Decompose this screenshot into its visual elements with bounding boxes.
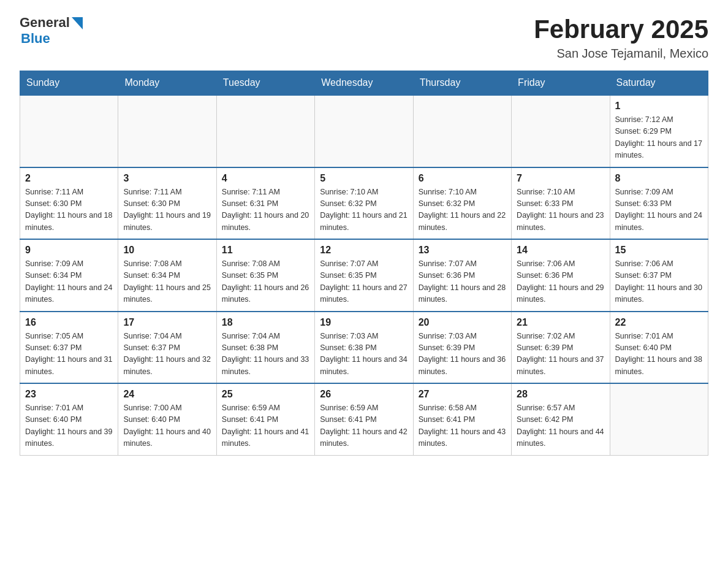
day-number: 14 [517, 245, 604, 256]
day-info: Sunrise: 7:09 AM Sunset: 6:34 PM Dayligh… [25, 258, 113, 306]
calendar-cell: 3Sunrise: 7:11 AM Sunset: 6:30 PM Daylig… [118, 167, 216, 240]
day-number: 28 [517, 389, 604, 400]
day-number: 3 [123, 173, 211, 184]
day-info: Sunrise: 7:08 AM Sunset: 6:35 PM Dayligh… [222, 258, 309, 306]
day-info: Sunrise: 6:57 AM Sunset: 6:42 PM Dayligh… [517, 402, 604, 450]
day-info: Sunrise: 7:07 AM Sunset: 6:36 PM Dayligh… [419, 258, 506, 306]
calendar-table: SundayMondayTuesdayWednesdayThursdayFrid… [20, 71, 708, 456]
day-number: 8 [615, 173, 703, 184]
calendar-cell: 15Sunrise: 7:06 AM Sunset: 6:37 PM Dayli… [610, 239, 708, 312]
day-info: Sunrise: 7:10 AM Sunset: 6:32 PM Dayligh… [320, 186, 408, 234]
header-day-thursday: Thursday [413, 71, 511, 96]
day-number: 26 [320, 389, 408, 400]
calendar-cell: 8Sunrise: 7:09 AM Sunset: 6:33 PM Daylig… [610, 167, 708, 240]
calendar-cell [118, 95, 216, 167]
day-info: Sunrise: 7:12 AM Sunset: 6:29 PM Dayligh… [615, 114, 703, 162]
calendar-cell: 21Sunrise: 7:02 AM Sunset: 6:39 PM Dayli… [512, 312, 610, 384]
calendar-cell [512, 95, 610, 167]
calendar-cell: 25Sunrise: 6:59 AM Sunset: 6:41 PM Dayli… [216, 383, 314, 455]
calendar-cell: 2Sunrise: 7:11 AM Sunset: 6:30 PM Daylig… [20, 167, 118, 240]
day-info: Sunrise: 6:59 AM Sunset: 6:41 PM Dayligh… [222, 402, 309, 450]
calendar-cell: 4Sunrise: 7:11 AM Sunset: 6:31 PM Daylig… [216, 167, 314, 240]
day-info: Sunrise: 7:10 AM Sunset: 6:33 PM Dayligh… [517, 186, 604, 234]
day-number: 4 [222, 173, 309, 184]
day-info: Sunrise: 7:03 AM Sunset: 6:38 PM Dayligh… [320, 331, 408, 378]
day-info: Sunrise: 7:06 AM Sunset: 6:37 PM Dayligh… [615, 258, 703, 306]
calendar-cell [610, 383, 708, 455]
day-number: 6 [419, 173, 506, 184]
day-info: Sunrise: 7:01 AM Sunset: 6:40 PM Dayligh… [25, 402, 113, 450]
day-number: 2 [25, 173, 113, 184]
day-info: Sunrise: 6:58 AM Sunset: 6:41 PM Dayligh… [419, 402, 506, 450]
location: San Jose Tejamanil, Mexico [534, 47, 708, 61]
calendar-cell: 28Sunrise: 6:57 AM Sunset: 6:42 PM Dayli… [512, 383, 610, 455]
calendar-cell [20, 95, 118, 167]
calendar-cell [413, 95, 511, 167]
day-number: 20 [419, 317, 506, 328]
logo-text-blue: Blue [21, 31, 50, 47]
day-number: 23 [25, 389, 113, 400]
day-number: 19 [320, 317, 408, 328]
calendar-cell: 16Sunrise: 7:05 AM Sunset: 6:37 PM Dayli… [20, 312, 118, 384]
svg-marker-0 [72, 17, 83, 29]
calendar-cell: 23Sunrise: 7:01 AM Sunset: 6:40 PM Dayli… [20, 383, 118, 455]
calendar-cell: 11Sunrise: 7:08 AM Sunset: 6:35 PM Dayli… [216, 239, 314, 312]
day-info: Sunrise: 7:11 AM Sunset: 6:30 PM Dayligh… [123, 186, 211, 234]
day-info: Sunrise: 7:00 AM Sunset: 6:40 PM Dayligh… [123, 402, 211, 450]
day-number: 10 [123, 245, 211, 256]
header-day-wednesday: Wednesday [315, 71, 413, 96]
calendar-cell: 27Sunrise: 6:58 AM Sunset: 6:41 PM Dayli… [413, 383, 511, 455]
calendar-cell: 14Sunrise: 7:06 AM Sunset: 6:36 PM Dayli… [512, 239, 610, 312]
logo-triangle-icon [72, 17, 83, 29]
calendar-header-row: SundayMondayTuesdayWednesdayThursdayFrid… [20, 71, 708, 96]
day-number: 9 [25, 245, 113, 256]
calendar-cell: 12Sunrise: 7:07 AM Sunset: 6:35 PM Dayli… [315, 239, 413, 312]
day-info: Sunrise: 7:07 AM Sunset: 6:35 PM Dayligh… [320, 258, 408, 306]
day-info: Sunrise: 7:05 AM Sunset: 6:37 PM Dayligh… [25, 331, 113, 378]
calendar-cell: 26Sunrise: 6:59 AM Sunset: 6:41 PM Dayli… [315, 383, 413, 455]
calendar-cell: 24Sunrise: 7:00 AM Sunset: 6:40 PM Dayli… [118, 383, 216, 455]
day-number: 17 [123, 317, 211, 328]
day-number: 7 [517, 173, 604, 184]
day-number: 16 [25, 317, 113, 328]
calendar-cell: 17Sunrise: 7:04 AM Sunset: 6:37 PM Dayli… [118, 312, 216, 384]
month-title: February 2025 [534, 15, 708, 44]
calendar-cell: 18Sunrise: 7:04 AM Sunset: 6:38 PM Dayli… [216, 312, 314, 384]
day-info: Sunrise: 7:02 AM Sunset: 6:39 PM Dayligh… [517, 331, 604, 378]
day-info: Sunrise: 7:06 AM Sunset: 6:36 PM Dayligh… [517, 258, 604, 306]
day-number: 22 [615, 317, 703, 328]
calendar-week-row: 16Sunrise: 7:05 AM Sunset: 6:37 PM Dayli… [20, 312, 708, 384]
day-number: 27 [419, 389, 506, 400]
calendar-cell: 22Sunrise: 7:01 AM Sunset: 6:40 PM Dayli… [610, 312, 708, 384]
calendar-cell: 19Sunrise: 7:03 AM Sunset: 6:38 PM Dayli… [315, 312, 413, 384]
day-number: 15 [615, 245, 703, 256]
title-area: February 2025 San Jose Tejamanil, Mexico [534, 15, 708, 61]
day-number: 5 [320, 173, 408, 184]
day-info: Sunrise: 7:11 AM Sunset: 6:30 PM Dayligh… [25, 186, 113, 234]
page-header: General Blue February 2025 San Jose Teja… [20, 15, 708, 61]
day-number: 24 [123, 389, 211, 400]
header-day-saturday: Saturday [610, 71, 708, 96]
day-info: Sunrise: 7:09 AM Sunset: 6:33 PM Dayligh… [615, 186, 703, 234]
calendar-cell: 5Sunrise: 7:10 AM Sunset: 6:32 PM Daylig… [315, 167, 413, 240]
logo-text-general: General [20, 15, 70, 31]
calendar-cell [216, 95, 314, 167]
day-number: 12 [320, 245, 408, 256]
day-info: Sunrise: 7:11 AM Sunset: 6:31 PM Dayligh… [222, 186, 309, 234]
calendar-cell: 9Sunrise: 7:09 AM Sunset: 6:34 PM Daylig… [20, 239, 118, 312]
calendar-week-row: 1Sunrise: 7:12 AM Sunset: 6:29 PM Daylig… [20, 95, 708, 167]
day-number: 1 [615, 101, 703, 112]
calendar-cell: 1Sunrise: 7:12 AM Sunset: 6:29 PM Daylig… [610, 95, 708, 167]
logo: General Blue [20, 15, 83, 47]
header-day-tuesday: Tuesday [216, 71, 314, 96]
day-info: Sunrise: 7:08 AM Sunset: 6:34 PM Dayligh… [123, 258, 211, 306]
day-info: Sunrise: 7:04 AM Sunset: 6:38 PM Dayligh… [222, 331, 309, 378]
calendar-cell: 6Sunrise: 7:10 AM Sunset: 6:32 PM Daylig… [413, 167, 511, 240]
day-number: 21 [517, 317, 604, 328]
calendar-week-row: 9Sunrise: 7:09 AM Sunset: 6:34 PM Daylig… [20, 239, 708, 312]
day-info: Sunrise: 7:03 AM Sunset: 6:39 PM Dayligh… [419, 331, 506, 378]
day-number: 11 [222, 245, 309, 256]
calendar-cell: 10Sunrise: 7:08 AM Sunset: 6:34 PM Dayli… [118, 239, 216, 312]
day-info: Sunrise: 7:04 AM Sunset: 6:37 PM Dayligh… [123, 331, 211, 378]
calendar-cell [315, 95, 413, 167]
